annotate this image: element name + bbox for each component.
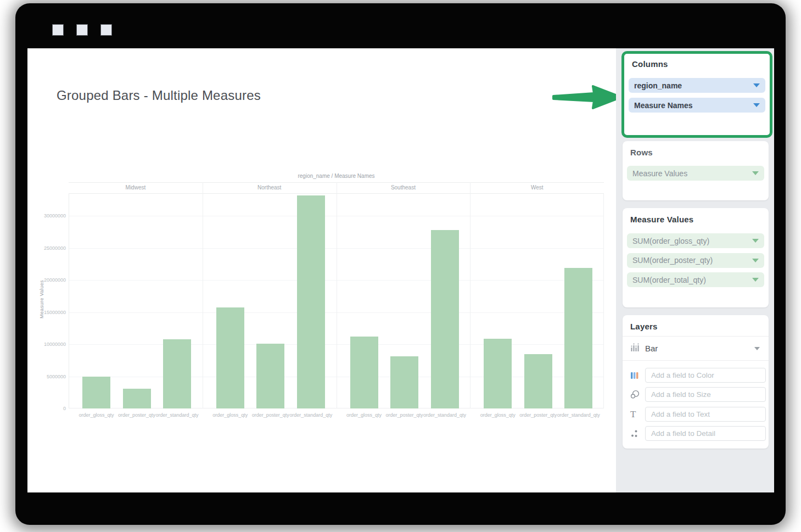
measure-values-title: Measure Values	[630, 215, 693, 224]
pane-label-midwest: Midwest	[69, 184, 203, 192]
field-pill-region-name[interactable]: region_name	[629, 78, 765, 93]
dropdown-arrow-icon[interactable]	[752, 239, 759, 243]
bar-west-order_standard_qty[interactable]	[564, 268, 592, 408]
callout-arrow-icon	[552, 83, 623, 111]
measure-values-shelf: Measure Values SUM(order_gloss_qty) SUM(…	[623, 208, 769, 307]
shelf-sidebar: Columns region_name Measure Names Rows M…	[616, 48, 774, 492]
bar-chart-icon	[630, 343, 640, 354]
bar-midwest-order_gloss_qty[interactable]	[82, 377, 110, 409]
y-axis-tick: 15000000	[32, 310, 66, 315]
size-icon	[630, 390, 645, 399]
rows-shelf-title: Rows	[630, 148, 653, 157]
detail-icon	[630, 429, 645, 438]
bar-southeast-order_gloss_qty[interactable]	[350, 337, 378, 408]
y-axis-tick: 30000000	[32, 213, 66, 219]
columns-shelf-highlighted: Columns region_name Measure Names	[621, 51, 772, 138]
rows-shelf: Rows Measure Values	[623, 141, 769, 200]
add-field-text-input[interactable]	[645, 407, 766, 422]
dropdown-arrow-icon[interactable]	[753, 83, 760, 87]
text-icon: T	[630, 410, 645, 419]
pane-label-northeast: Northeast	[203, 184, 337, 192]
bar-west-order_poster_qty[interactable]	[524, 354, 552, 408]
field-pill-sum-order-total-qty-[interactable]: SUM(order_total_qty)	[627, 272, 764, 287]
dropdown-arrow-icon[interactable]	[753, 103, 760, 107]
layers-panel: Layers Bar	[623, 315, 769, 449]
layer-name: Bar	[645, 344, 754, 353]
dropdown-arrow-icon[interactable]	[752, 171, 759, 175]
dropdown-arrow-icon[interactable]	[752, 278, 759, 282]
x-axis-tick: order_standard_qty	[284, 412, 337, 418]
bar-northeast-order_poster_qty[interactable]	[256, 344, 284, 408]
bar-midwest-order_standard_qty[interactable]	[163, 339, 191, 408]
drop-target-text: T	[623, 407, 769, 422]
y-axis-tick: 5000000	[32, 374, 66, 379]
bar-northeast-order_standard_qty[interactable]	[297, 195, 325, 408]
pane-separator	[337, 182, 337, 408]
x-axis-tick: order_standard_qty	[418, 412, 471, 418]
drop-target-detail	[623, 426, 769, 441]
window-button-3[interactable]	[100, 24, 112, 36]
field-pill-sum-order-poster-qty-[interactable]: SUM(order_poster_qty)	[627, 253, 764, 268]
drop-target-size	[623, 387, 769, 402]
window-button-1[interactable]	[52, 24, 64, 36]
content-area: Grouped Bars - Multiple Measures region_…	[27, 48, 774, 492]
pane-label-west: West	[470, 184, 604, 192]
x-axis-tick: order_standard_qty	[151, 412, 204, 418]
columns-shelf-title: Columns	[632, 59, 668, 69]
add-field-size-input[interactable]	[645, 387, 766, 402]
bar-northeast-order_gloss_qty[interactable]	[216, 307, 244, 408]
bar-west-order_gloss_qty[interactable]	[484, 339, 512, 409]
x-axis-tick: order_standard_qty	[552, 412, 605, 418]
field-pill-measure-names[interactable]: Measure Names	[629, 98, 765, 113]
bar-midwest-order_poster_qty[interactable]	[123, 389, 151, 408]
add-field-detail-input[interactable]	[645, 426, 766, 441]
y-axis-tick: 25000000	[32, 245, 66, 251]
window-titlebar	[15, 3, 786, 48]
window-button-2[interactable]	[76, 24, 88, 36]
layer-row-bar[interactable]: Bar	[623, 337, 769, 360]
add-field-color-input[interactable]	[645, 368, 766, 383]
bar-southeast-order_poster_qty[interactable]	[390, 356, 418, 408]
pane-label-southeast: Southeast	[337, 184, 470, 192]
pane-separator	[470, 182, 470, 408]
app-window: Grouped Bars - Multiple Measures region_…	[15, 3, 786, 525]
dropdown-arrow-icon[interactable]	[752, 259, 759, 262]
y-axis-tick: 0	[32, 406, 66, 411]
chevron-down-icon[interactable]	[754, 347, 760, 350]
chart-column-field-title: region_name / Measure Names	[69, 173, 604, 179]
pane-separator	[203, 182, 203, 408]
field-pill-measure-values[interactable]: Measure Values	[627, 166, 764, 181]
layers-panel-title: Layers	[630, 322, 658, 331]
y-axis-tick: 10000000	[32, 341, 66, 347]
y-axis-tick: 20000000	[32, 277, 66, 283]
chart-canvas: Grouped Bars - Multiple Measures region_…	[27, 48, 616, 492]
bar-southeast-order_standard_qty[interactable]	[431, 230, 459, 408]
field-pill-sum-order-gloss-qty-[interactable]: SUM(order_gloss_qty)	[627, 233, 764, 248]
drop-target-color	[623, 368, 769, 383]
divider	[623, 360, 769, 361]
color-icon	[630, 371, 645, 380]
page-title: Grouped Bars - Multiple Measures	[57, 88, 261, 103]
